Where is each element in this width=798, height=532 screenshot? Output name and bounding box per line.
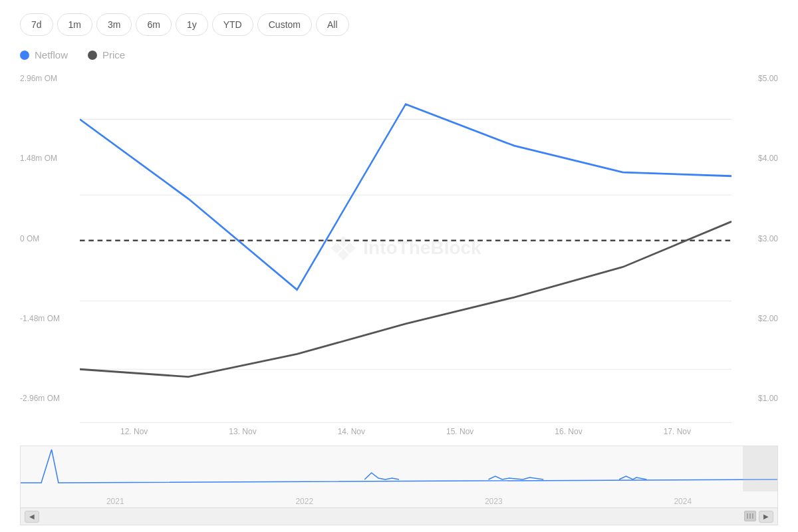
y-left-label: -2.96m OM xyxy=(20,394,80,403)
time-btn-all[interactable]: All xyxy=(316,13,349,36)
mini-years: 2021202220232024 xyxy=(21,497,777,506)
x-axis-label: 12. Nov xyxy=(80,427,188,436)
time-range-selector: 7d1m3m6m1yYTDCustomAll xyxy=(20,13,778,36)
mini-nav: ◀ ▶ xyxy=(21,507,777,525)
main-chart-svg xyxy=(80,74,732,422)
mini-year-label: 2024 xyxy=(674,497,692,506)
netflow-dot xyxy=(20,51,29,60)
y-right-label: $5.00 xyxy=(758,74,778,83)
netflow-label: Netflow xyxy=(35,49,68,61)
chart-legend: Netflow Price xyxy=(20,49,778,61)
time-btn-6m[interactable]: 6m xyxy=(136,13,171,36)
time-btn-custom[interactable]: Custom xyxy=(257,13,312,36)
mini-nav-left[interactable]: ◀ xyxy=(25,511,39,523)
mini-chart: 2021202220232024 ◀ ▶ xyxy=(20,446,778,525)
mini-chart-svg xyxy=(21,446,777,491)
legend-price: Price xyxy=(88,49,125,61)
time-btn-3m[interactable]: 3m xyxy=(96,13,132,36)
app-container: 7d1m3m6m1yYTDCustomAll Netflow Price 2.9… xyxy=(0,0,798,532)
y-right-label: $1.00 xyxy=(758,394,778,403)
svg-rect-10 xyxy=(743,446,777,491)
x-axis: 12. Nov13. Nov14. Nov15. Nov16. Nov17. N… xyxy=(80,423,732,440)
legend-netflow: Netflow xyxy=(20,49,68,61)
y-axis-left: 2.96m OM1.48m OM0 OM-1.48m OM-2.96m OM xyxy=(20,74,80,423)
y-right-label: $3.00 xyxy=(758,234,778,243)
x-axis-label: 15. Nov xyxy=(406,427,514,436)
price-label: Price xyxy=(102,49,125,61)
chart-area: IntoTheBlock xyxy=(80,74,732,423)
time-btn-1m[interactable]: 1m xyxy=(57,13,92,36)
time-btn-ytd[interactable]: YTD xyxy=(212,13,253,36)
y-right-label: $2.00 xyxy=(758,314,778,323)
x-axis-label: 16. Nov xyxy=(514,427,622,436)
y-axis-right: $5.00$4.00$3.00$2.00$1.00 xyxy=(732,74,778,423)
y-left-label: 0 OM xyxy=(20,234,80,243)
main-chart-container: 2.96m OM1.48m OM0 OM-1.48m OM-2.96m OM I… xyxy=(20,74,778,423)
chart-wrapper: 2.96m OM1.48m OM0 OM-1.48m OM-2.96m OM I… xyxy=(20,74,778,525)
x-axis-label: 14. Nov xyxy=(297,427,406,436)
y-right-label: $4.00 xyxy=(758,154,778,163)
time-btn-1y[interactable]: 1y xyxy=(176,13,208,36)
mini-year-label: 2022 xyxy=(295,497,313,506)
y-left-label: 2.96m OM xyxy=(20,74,80,83)
mini-range-handle[interactable] xyxy=(744,511,756,521)
x-axis-label: 17. Nov xyxy=(623,427,732,436)
x-axis-label: 13. Nov xyxy=(188,427,297,436)
mini-year-label: 2023 xyxy=(485,497,503,506)
mini-nav-right[interactable]: ▶ xyxy=(759,511,773,523)
time-btn-7d[interactable]: 7d xyxy=(20,13,53,36)
price-dot xyxy=(88,51,97,60)
mini-year-label: 2021 xyxy=(106,497,124,506)
y-left-label: 1.48m OM xyxy=(20,154,80,163)
y-left-label: -1.48m OM xyxy=(20,314,80,323)
svg-rect-9 xyxy=(21,446,777,491)
